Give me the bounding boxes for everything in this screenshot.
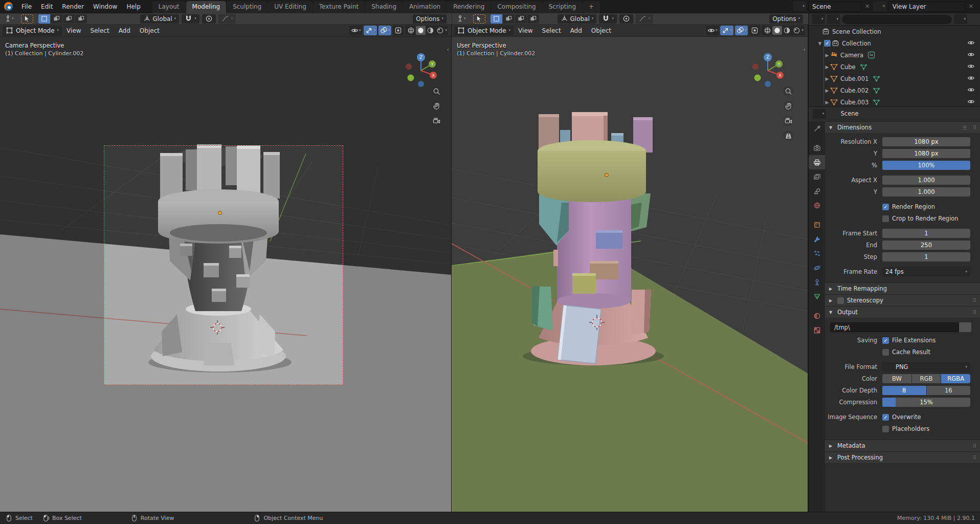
preset-list-icon[interactable]: ☰ [963,125,967,130]
visibility-dropdown[interactable]: ▾ [706,26,719,35]
select-mode-1[interactable] [51,14,62,24]
menu-help[interactable]: Help [122,0,145,13]
shading-material[interactable] [426,26,435,35]
outliner-row-scene-collection[interactable]: Scene Collection [809,26,980,37]
shading-solid[interactable] [772,26,782,35]
shading-wireframe[interactable] [406,26,416,35]
display-mode-button[interactable]: ▾ [827,14,840,24]
scene-selector[interactable]: Scene [808,2,861,12]
properties-tab-particles[interactable] [809,246,825,260]
properties-tab-output[interactable] [809,155,825,169]
folder-browse-button[interactable] [959,322,971,332]
shading-rendered[interactable] [792,26,801,35]
sidebar-toggle[interactable]: ‹ [447,46,449,53]
viewport-menu-select[interactable]: Select [538,27,566,34]
tab-scripting[interactable]: Scripting [543,1,582,13]
aspect-x-field[interactable]: 1.000 [882,176,970,185]
frame-step-field[interactable]: 1 [882,252,970,261]
camview-view-button[interactable] [431,116,441,126]
pin-icon[interactable] [968,110,976,118]
tab-uv-editing[interactable]: UV Editing [268,1,313,13]
tab-texture-paint[interactable]: Texture Paint [313,1,365,13]
tab-modeling[interactable]: Modeling [186,1,227,13]
xray-toggle[interactable] [749,26,760,35]
copy-icon[interactable] [851,3,859,10]
visibility-dropdown[interactable]: ▾ [349,26,363,35]
properties-tab-constraints[interactable] [809,275,825,289]
properties-tab-view-layer[interactable] [809,169,825,184]
select-mode-1[interactable] [503,14,515,24]
panel-header-metadata[interactable]: ▶Metadata ⠿ [825,440,980,451]
active-tool-button[interactable] [473,14,485,24]
proportional-editing-button[interactable] [202,14,216,24]
options-button[interactable]: Options▾ [413,14,447,24]
file-extensions-checkbox[interactable]: ✓File Extensions [882,337,970,344]
viewport-menu-view[interactable]: View [62,27,85,34]
snap-button[interactable]: ▾ [599,14,617,24]
frame-rate-dropdown[interactable]: 24 fps▾ [882,267,970,276]
object-mode-dropdown[interactable]: Object Mode▾ [3,26,62,36]
outliner-row-cube.002[interactable]: ▶Cube.002 [809,84,980,96]
color-option-rgb[interactable]: RGB [912,374,941,383]
outliner-search-input[interactable] [842,15,952,24]
disclosure-closed-icon[interactable]: ▶ [824,100,830,105]
properties-tab-scene[interactable] [809,184,825,198]
tab-compositing[interactable]: Compositing [491,1,542,13]
disclosure-closed-icon[interactable]: ▶ [824,53,830,58]
hide-in-viewport-toggle[interactable] [967,98,975,107]
cache-result-checkbox[interactable]: Cache Result [882,348,970,356]
gizmos-dropdown[interactable]: ▾ [720,26,733,35]
properties-tab-texture[interactable] [809,323,825,337]
pan-view-button[interactable] [783,101,793,111]
panel-header-output[interactable]: ▼Output ⠿ [825,306,980,318]
resolution-x-field[interactable]: 1080 px [882,137,970,146]
file-format-dropdown[interactable]: PNG▾ [882,362,970,372]
properties-tab-render[interactable] [809,141,825,155]
filter-button[interactable]: ▾ [954,14,967,24]
viewport-user[interactable]: Object Mode▾ViewSelectAddObject▾▾▾▾ User… [452,25,808,512]
outliner-row-cube[interactable]: ▶Cube [809,61,980,73]
panel-header-post-processing[interactable]: ▶Post Processing ⠿ [825,451,980,463]
falloff-dropdown[interactable]: ▾ [218,14,236,24]
active-tool-dropdown[interactable]: ▾ [4,15,14,23]
zoom-view-button[interactable] [431,86,441,96]
disclosure-open-icon[interactable]: ▼ [817,41,823,46]
viewport-menu-object[interactable]: Object [587,27,616,34]
gizmos-dropdown[interactable]: ▾ [364,26,377,35]
frame-end-field[interactable]: 250 [882,241,970,250]
properties-tab-physics[interactable] [809,260,825,275]
menu-render[interactable]: Render [57,0,88,13]
camview-view-button[interactable] [783,116,793,126]
outliner-row-camera[interactable]: ▶Camera [809,49,980,61]
copy-icon[interactable] [955,3,963,10]
menu-edit[interactable]: Edit [36,0,57,13]
viewport-camera[interactable]: Object Mode▾ViewSelectAddObject▾▾▾▾ Came… [0,25,452,512]
placeholders-checkbox[interactable]: Placeholders [882,425,970,432]
orientation-dropdown[interactable]: Global▾ [140,14,180,24]
ortho-view-button[interactable] [783,130,793,141]
pan-view-button[interactable] [431,101,441,111]
crop-region-checkbox[interactable]: Crop to Render Region [882,215,970,222]
select-mode-2[interactable] [63,14,75,24]
snap-button[interactable]: ▾ [182,14,199,24]
hide-in-viewport-toggle[interactable] [967,51,975,60]
blender-logo-icon[interactable] [4,2,13,11]
tab-+[interactable]: + [583,1,600,13]
depth-option-8[interactable]: 8 [882,386,926,395]
falloff-dropdown[interactable]: ▾ [636,14,654,24]
navigation-gizmo[interactable]: Z Y X [748,51,787,92]
viewport-menu-add[interactable]: Add [566,27,587,34]
hide-in-viewport-toggle[interactable] [967,86,975,95]
viewport-menu-select[interactable]: Select [86,27,114,34]
orientation-dropdown[interactable]: Global▾ [558,14,597,24]
active-tool-dropdown[interactable]: ▾ [456,15,466,23]
panel-header-time-remapping[interactable]: ▶Time Remapping [825,282,980,294]
compression-slider[interactable]: 15% [882,398,970,407]
shading-wireframe[interactable] [763,26,772,35]
object-mode-dropdown[interactable]: Object Mode▾ [454,26,514,36]
properties-tab-material[interactable] [809,309,825,323]
overwrite-checkbox[interactable]: ✓Overwrite [882,413,970,421]
shading-material[interactable] [782,26,792,35]
overlays-dropdown[interactable]: ▾ [378,26,392,35]
xray-toggle[interactable] [393,26,404,35]
